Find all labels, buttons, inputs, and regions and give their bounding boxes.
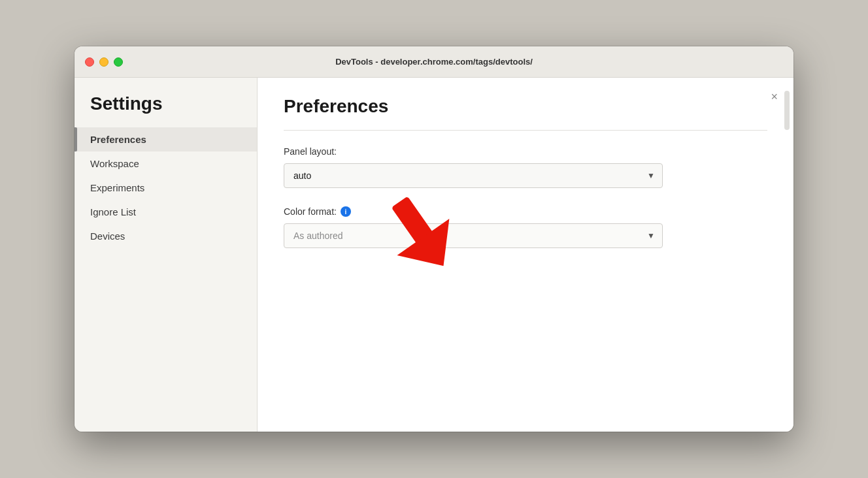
- traffic-lights: [85, 57, 123, 67]
- sidebar-nav: Preferences Workspace Experiments Ignore…: [75, 127, 257, 248]
- window-title: DevTools - developer.chrome.com/tags/dev…: [335, 57, 533, 67]
- sidebar-item-experiments[interactable]: Experiments: [75, 176, 257, 200]
- color-format-label: Color format: i: [284, 206, 767, 217]
- sidebar-item-ignore-list[interactable]: Ignore List: [75, 200, 257, 224]
- panel-layout-select[interactable]: auto horizontal vertical: [284, 163, 663, 188]
- sidebar: Settings Preferences Workspace Experimen…: [75, 78, 258, 432]
- color-format-select-wrapper: As authored HEX RGB HSL ▼: [284, 223, 663, 248]
- divider: [284, 130, 767, 131]
- close-button[interactable]: ×: [768, 88, 780, 105]
- maximize-traffic-light[interactable]: [114, 57, 123, 67]
- panel-layout-label: Panel layout:: [284, 146, 767, 157]
- sidebar-heading: Settings: [75, 93, 257, 127]
- sidebar-item-workspace[interactable]: Workspace: [75, 151, 257, 176]
- info-icon[interactable]: i: [341, 206, 351, 217]
- panel-layout-label-text: Panel layout:: [284, 146, 337, 157]
- page-title: Preferences: [284, 96, 767, 117]
- sidebar-item-devices[interactable]: Devices: [75, 224, 257, 248]
- main-panel: × Preferences Panel layout: auto horizon…: [258, 78, 793, 432]
- minimize-traffic-light[interactable]: [99, 57, 108, 67]
- sidebar-item-preferences[interactable]: Preferences: [75, 127, 257, 151]
- panel-layout-select-wrapper: auto horizontal vertical ▼: [284, 163, 663, 188]
- desktop: DevTools - developer.chrome.com/tags/dev…: [0, 0, 868, 478]
- window: DevTools - developer.chrome.com/tags/dev…: [75, 46, 793, 432]
- color-format-section: Color format: i As: [284, 206, 767, 248]
- close-traffic-light[interactable]: [85, 57, 94, 67]
- scrollbar[interactable]: [784, 91, 790, 130]
- color-format-select[interactable]: As authored HEX RGB HSL: [284, 223, 663, 248]
- window-content: Settings Preferences Workspace Experimen…: [75, 78, 793, 432]
- titlebar: DevTools - developer.chrome.com/tags/dev…: [75, 46, 793, 78]
- panel-layout-section: Panel layout: auto horizontal vertical ▼: [284, 146, 767, 188]
- color-format-label-text: Color format:: [284, 206, 337, 217]
